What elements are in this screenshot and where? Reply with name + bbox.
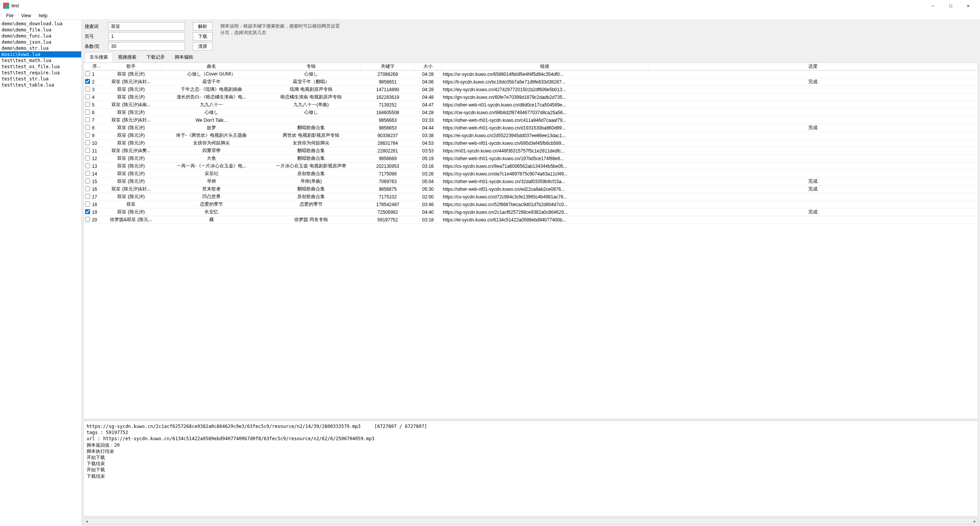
th-song[interactable]: 曲名 xyxy=(162,63,261,70)
tab-bar: 音乐搜索视频搜索下载记录脚本编辑 xyxy=(82,52,980,62)
table-row[interactable]: 11双笙 (陈元汐)&樊...四重罪孽翻唱歌曲合集2280228103:53ht… xyxy=(84,147,978,155)
table-row[interactable]: 10双笙 (陈元汐)女孩你为何踮脚尖女孩你为何踮脚尖2863178404:53h… xyxy=(84,139,978,147)
input-page[interactable] xyxy=(108,32,185,41)
table-row[interactable]: 5双笙 (陈元汐)&南...九九八十一九九八十一(单曲)713925204:47… xyxy=(84,101,978,109)
row-checkbox[interactable] xyxy=(85,194,90,199)
table-row[interactable]: 8双笙 (陈元汐)故梦翻唱歌曲合集985665304:44https://oth… xyxy=(84,124,978,132)
input-per-page[interactable] xyxy=(108,42,185,51)
th-album[interactable]: 专辑 xyxy=(261,63,361,70)
maximize-button[interactable]: ☐ xyxy=(942,0,959,11)
row-checkbox[interactable] xyxy=(85,87,90,92)
file-item[interactable]: demo\demo_func.lua xyxy=(0,33,81,39)
row-checkbox[interactable] xyxy=(85,148,90,153)
input-keyword[interactable] xyxy=(108,22,185,31)
row-checkbox[interactable] xyxy=(85,163,90,168)
row-checkbox[interactable] xyxy=(85,71,90,76)
table-row[interactable]: 4双笙 (陈元汐)漫长的告白-《暗恋橘生淮南》电...暗恋橘生淮南 电视剧原声专… xyxy=(84,93,978,101)
table-row[interactable]: 15双笙 (陈元汐)琴师琴师(单曲)706976305:04https://ot… xyxy=(84,178,978,185)
row-checkbox[interactable] xyxy=(85,179,90,184)
cell-index: 8 xyxy=(90,124,100,132)
th-size[interactable]: 大小 xyxy=(415,63,441,70)
menu-file[interactable]: File xyxy=(2,12,17,19)
file-item[interactable]: test\test_math.lua xyxy=(0,57,81,64)
file-item[interactable]: test\test_require.lua xyxy=(0,70,81,76)
cell-keyword: 147114890 xyxy=(361,86,415,93)
th-keyword[interactable]: 关键字 xyxy=(361,63,415,70)
th-progress[interactable]: 进度 xyxy=(648,63,978,70)
table-row[interactable]: 12双笙 (陈元汐)大鱼翻唱歌曲合集985666905:19https://ot… xyxy=(84,155,978,162)
file-item[interactable]: test\test_table.lua xyxy=(0,82,81,88)
row-checkbox[interactable] xyxy=(85,125,90,130)
table-row[interactable]: 13双笙 (陈元汐)一再一再-《一片冰心在玉壶》电...一片冰心在玉壶 电视剧影… xyxy=(84,162,978,170)
cell-url: https://rn01-sycdn.kuwo.cn/448f36315757f… xyxy=(441,147,648,155)
row-checkbox[interactable] xyxy=(85,209,90,214)
close-button[interactable]: ✕ xyxy=(959,0,977,11)
file-item[interactable]: demo\demo_json.lua xyxy=(0,39,81,45)
cell-song: 女孩你为何踮脚尖 xyxy=(162,139,261,147)
cell-progress xyxy=(648,109,978,116)
table-row[interactable]: 17双笙 (陈元汐)凹凸世界原创歌曲合集717510202:00https://… xyxy=(84,193,978,201)
download-button[interactable]: 下载 xyxy=(193,32,213,41)
row-checkbox[interactable] xyxy=(85,94,90,99)
cell-keyword: 7175098 xyxy=(361,170,415,178)
clear-button[interactable]: 清屏 xyxy=(193,42,213,51)
file-item[interactable]: music\kuwo.lua xyxy=(0,51,81,57)
scroll-right-icon[interactable]: ► xyxy=(972,518,978,524)
table-row[interactable]: 3双笙 (陈元汐)千年之恋-《琉璃》电视剧插曲琉璃 电视剧原声专辑1471148… xyxy=(84,86,978,93)
minimize-button[interactable]: ─ xyxy=(924,0,942,11)
row-checkbox[interactable] xyxy=(85,186,90,191)
results-table-container[interactable]: 序号 歌手 曲名 专辑 关键字 大小 链接 进度 1双笙 (陈元汐)心做し（Co… xyxy=(83,62,978,419)
table-row[interactable]: 1双笙 (陈元汐)心做し（Cover GUMI）心做し2708826904:28… xyxy=(84,70,978,78)
cell-url: https://cy-sycdn.kuwo.cn/da7c1e4897875c9… xyxy=(441,170,648,178)
th-artist[interactable]: 歌手 xyxy=(100,63,162,70)
cell-artist: 双笙 (陈元汐)&封... xyxy=(100,78,162,86)
file-item[interactable]: demo\demo_download.lua xyxy=(0,21,81,27)
row-checkbox[interactable] xyxy=(85,79,90,84)
row-checkbox[interactable] xyxy=(85,102,90,107)
row-checkbox[interactable] xyxy=(85,156,90,161)
row-checkbox[interactable] xyxy=(85,117,90,122)
scroll-left-icon[interactable]: ◄ xyxy=(84,518,90,524)
file-item[interactable]: demo\demo_str.lua xyxy=(0,45,81,51)
table-row[interactable]: 20徐梦圆&双笙 (陈元...藏徐梦圆 同名专辑5919775203:18htt… xyxy=(84,216,978,224)
cell-song: 心做し（Cover GUMI） xyxy=(162,70,261,78)
table-row[interactable]: 6双笙 (陈元汐)心做し心做し18460550804:28https://cw-… xyxy=(84,109,978,116)
table-row[interactable]: 2双笙 (陈元汐)&封...霜雪千年霜雪千年（翻唱）985665104:06ht… xyxy=(84,78,978,86)
parse-button[interactable]: 解析 xyxy=(193,22,213,31)
table-row[interactable]: 14双笙 (陈元汐)采茶纪原创歌曲合集717509803:26https://c… xyxy=(84,170,978,178)
row-checkbox[interactable] xyxy=(85,140,90,145)
cell-artist: 双笙 (陈元汐) xyxy=(100,139,162,147)
row-checkbox[interactable] xyxy=(85,202,90,206)
cell-url: https://li-sycdn.kuwo.cn/bc18dc05b7a5e71… xyxy=(441,78,648,86)
row-checkbox[interactable] xyxy=(85,171,90,176)
table-row[interactable]: 7双笙 (陈元汐)&封...We Don't Talk...985666303:… xyxy=(84,116,978,124)
file-item[interactable]: test\test_str.lua xyxy=(0,76,81,82)
cell-progress: 完成 xyxy=(648,208,978,216)
menu-help[interactable]: help xyxy=(35,12,51,19)
cell-song: 千年之恋-《琉璃》电视剧插曲 xyxy=(162,86,261,93)
tab[interactable]: 脚本编辑 xyxy=(170,52,198,62)
log-output[interactable]: https://sg-sycdn.kuwo.cn/2c1acf6257268ce… xyxy=(83,421,978,516)
cell-album: 翻唱歌曲合集 xyxy=(261,124,361,132)
cell-progress: 完成 xyxy=(648,178,978,185)
th-url[interactable]: 链接 xyxy=(441,63,648,70)
table-row[interactable]: 16双笙 (陈元汐)&封...世末歌者翻唱歌曲合集985667505:30htt… xyxy=(84,185,978,193)
menu-view[interactable]: View xyxy=(17,12,35,19)
horizontal-scrollbar[interactable]: ◄ ► xyxy=(83,518,978,524)
th-index[interactable]: 序号 xyxy=(90,63,100,70)
table-row[interactable]: 9双笙 (陈元汐)终于-《两世欢》电视剧片头主题曲两世欢 电视剧影视原声专辑90… xyxy=(84,132,978,139)
cell-size: 04:40 xyxy=(415,208,441,216)
table-row[interactable]: 19双笙 (陈元汐)长安忆7250698204:40https://sg-syc… xyxy=(84,208,978,216)
row-checkbox[interactable] xyxy=(85,217,90,222)
file-list[interactable]: demo\demo_download.luademo\demo_file.lua… xyxy=(0,20,82,526)
file-item[interactable]: demo\demo_file.lua xyxy=(0,27,81,33)
file-item[interactable]: test\test_os_file.lua xyxy=(0,64,81,70)
cell-url: https://et-sycdn.kuwo.cn/6134c51422a0589… xyxy=(441,216,648,224)
cell-keyword: 90338237 xyxy=(361,132,415,139)
tab[interactable]: 音乐搜索 xyxy=(85,52,113,62)
row-checkbox[interactable] xyxy=(85,110,90,115)
tab[interactable]: 视频搜索 xyxy=(113,52,141,62)
table-row[interactable]: 18双笙恋爱的季节恋爱的季节17854248703:46https://cc-s… xyxy=(84,201,978,208)
row-checkbox[interactable] xyxy=(85,133,90,138)
tab[interactable]: 下载记录 xyxy=(141,52,170,62)
